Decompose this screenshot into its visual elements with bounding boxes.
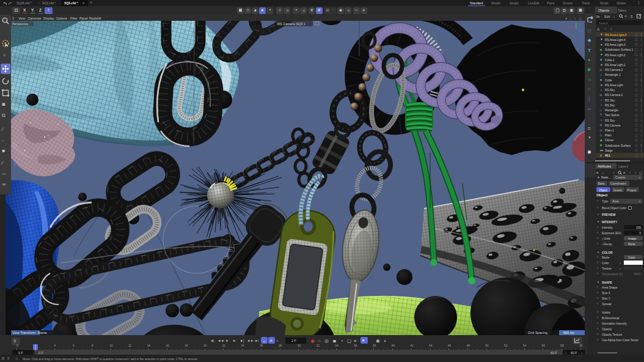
svg-text:View Transform: Scene: View Transform: Scene (12, 331, 47, 334)
svg-text:RS Camera SQ3 1: RS Camera SQ3 1 (277, 22, 306, 26)
svg-text:500 cm: 500 cm (563, 331, 574, 334)
svg-text:Grid Spacing :: Grid Spacing : (528, 331, 549, 334)
svg-text:Z: Z (582, 29, 584, 32)
svg-text:X: X (567, 26, 569, 29)
svg-text:Perspective: Perspective (12, 22, 28, 26)
